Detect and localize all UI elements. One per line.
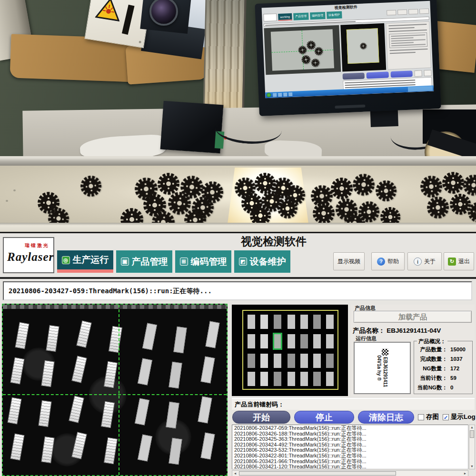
help-icon: ? xyxy=(377,258,385,266)
stat-row: NG数量：172 xyxy=(414,364,472,373)
main-tabs: ◎ 生产运行 ▣ 产品管理 ⊞ 编码管理 ◩ 设备维护 xyxy=(57,250,290,273)
log-vertical-scrollbar[interactable]: ▲ ▼ xyxy=(469,425,475,469)
tab-production-run[interactable]: ◎ 生产运行 xyxy=(57,250,113,273)
mini-header-button xyxy=(419,8,429,14)
stat-row: 当前计数：59 xyxy=(414,374,472,383)
laser-aperture xyxy=(122,5,135,35)
locate-camera-view xyxy=(232,305,348,396)
mini-tab: 编码管理 xyxy=(310,11,326,19)
preview-text: 04V1a hy ® xyxy=(377,355,382,381)
control-box xyxy=(160,101,224,154)
button-label: 关于 xyxy=(424,258,436,266)
info-icon: i xyxy=(414,258,422,266)
logo-brand-text: Raylaser xyxy=(7,250,54,264)
mini-header-button xyxy=(408,9,418,14)
tab-label: 编码管理 xyxy=(191,256,227,268)
mini-camera-view xyxy=(264,25,341,75)
crosshair-horizontal xyxy=(3,394,227,395)
overview-group-label: 产品概况： xyxy=(417,338,447,345)
mini-tab: 产品管理 xyxy=(293,12,309,20)
device-maintenance-icon: ◩ xyxy=(239,258,247,266)
load-product-button[interactable]: 加载产品 xyxy=(354,311,472,323)
page-title: 视觉检测软件 xyxy=(205,234,343,249)
start-button[interactable]: 开始 xyxy=(232,411,290,424)
control-buttons: 开始 停止 清除日志 存图 ✓ 显示Log xyxy=(232,410,476,424)
conveyor-rail xyxy=(0,156,476,166)
tab-product-management[interactable]: ▣ 产品管理 xyxy=(116,250,172,273)
matched-part-highlight xyxy=(273,333,282,350)
help-button[interactable]: ? 帮助 xyxy=(371,252,405,270)
stat-row: 当前NG数：0 xyxy=(414,383,472,392)
log-entry: 20210806-203422-801:ThreadMark(156)::run… xyxy=(234,453,466,459)
status-bar: 20210806-203427-059:ThreadMark(156)::run… xyxy=(3,281,472,300)
system-tray xyxy=(408,86,433,92)
mini-tab: 设备维护 xyxy=(327,11,342,19)
product-management-icon: ▣ xyxy=(121,258,129,266)
preview-text: EBJ61291411 xyxy=(383,357,388,387)
log-list[interactable]: 20210806-203427-059:ThreadMark(156)::run… xyxy=(232,425,468,469)
exit-icon: ↻ xyxy=(448,258,456,266)
checkbox-label: 显示Log xyxy=(451,413,476,421)
scroll-right-arrow[interactable]: ► xyxy=(462,471,468,476)
mini-stop-button xyxy=(367,71,389,79)
monitor: 视觉检测软件 working 产品管理 编码管理 设备维护 xyxy=(255,0,441,116)
log-horizontal-scrollbar[interactable]: ◄ ► xyxy=(232,470,468,476)
mini-clear-button xyxy=(390,70,413,78)
checkbox-checked[interactable]: ✓ xyxy=(443,414,449,420)
checkbox-label: 存图 xyxy=(426,413,439,421)
show-video-button[interactable]: 显示视频 xyxy=(333,252,365,270)
mini-header-button xyxy=(387,10,396,15)
stat-row: 产品数量：15000 xyxy=(414,345,472,354)
logo-chinese-text: 瑞镭激光 xyxy=(25,242,50,249)
scroll-down-arrow[interactable]: ▼ xyxy=(469,464,475,469)
scroll-up-arrow[interactable]: ▲ xyxy=(469,425,475,430)
product-name-label: 产品名称： xyxy=(353,327,385,334)
workstation-photo: 视觉检测软件 working 产品管理 编码管理 设备维护 xyxy=(0,0,476,232)
raylaser-logo: 瑞镭激光 Raylaser xyxy=(3,237,54,273)
code-management-icon: ⊞ xyxy=(180,258,188,266)
button-label: 帮助 xyxy=(387,258,399,266)
clear-log-button[interactable]: 清除日志 xyxy=(358,411,414,424)
mini-start-button xyxy=(343,73,365,80)
mini-header-button xyxy=(397,9,407,15)
tab-label: 生产运行 xyxy=(73,254,109,266)
start-orb xyxy=(267,93,271,97)
mini-logo xyxy=(263,13,277,21)
button-label: 显示视频 xyxy=(337,258,360,266)
scrollbar-thumb[interactable] xyxy=(239,471,396,476)
main-camera-view xyxy=(2,304,228,476)
mark-content-preview: EBJ61291411 04V1a hy ® xyxy=(354,342,411,394)
tab-label: 设备维护 xyxy=(250,256,286,268)
product-name-value: EBJ61291411-04V xyxy=(387,327,441,334)
mini-camera2-view xyxy=(340,23,386,72)
stat-row: 完成数量：1037 xyxy=(414,355,472,364)
log-entry: 20210806-203427-059:ThreadMark(156)::run… xyxy=(234,426,466,431)
datamatrix-code xyxy=(382,349,388,356)
product-overview-group: 产品概况： 产品数量：15000 完成数量：1037 NG数量：172 当前计数… xyxy=(414,341,473,394)
current-laser-code-label: 产品当前镭射码： xyxy=(232,398,475,410)
selection-ants xyxy=(3,305,227,309)
vision-software-window: 瑞镭激光 Raylaser 视觉检测软件 ◎ 生产运行 ▣ 产品管理 ⊞ 编码管… xyxy=(0,232,476,476)
conveyor-front-edge xyxy=(0,223,476,232)
monitor-screen: 视觉检测软件 working 产品管理 编码管理 设备维护 xyxy=(262,1,434,99)
product-info-panel: 产品信息 加载产品 产品名称： EBJ61291411-04V 运行信息 EBJ… xyxy=(351,305,475,396)
mini-info-panel xyxy=(386,21,431,70)
crosshair-vertical xyxy=(119,305,119,475)
tab-device-maintenance[interactable]: ◩ 设备维护 xyxy=(234,250,290,273)
run-info-group-label: 运行信息 xyxy=(356,335,377,342)
monitor-brand-mark xyxy=(335,105,365,109)
scroll-left-arrow[interactable]: ◄ xyxy=(232,471,238,476)
laser-warning-icon xyxy=(95,0,123,22)
screenshot-root: 视觉检测软件 working 产品管理 编码管理 设备维护 xyxy=(0,0,476,476)
save-image-checkbox[interactable]: 存图 xyxy=(418,413,439,421)
mini-tab-working: working xyxy=(278,13,292,20)
scrollbar-thumb[interactable] xyxy=(470,430,474,438)
tab-code-management[interactable]: ⊞ 编码管理 xyxy=(175,250,231,273)
log-entry: 20210806-203421-120:ThreadMark(156)::run… xyxy=(234,464,466,469)
about-button[interactable]: i 关于 xyxy=(407,252,442,270)
stop-button[interactable]: 停止 xyxy=(294,411,354,424)
exit-button[interactable]: ↻ 退出 xyxy=(444,252,474,270)
button-label: 退出 xyxy=(458,258,470,266)
show-log-checkbox[interactable]: ✓ 显示Log xyxy=(443,413,476,421)
checkbox-unchecked[interactable] xyxy=(418,414,424,420)
